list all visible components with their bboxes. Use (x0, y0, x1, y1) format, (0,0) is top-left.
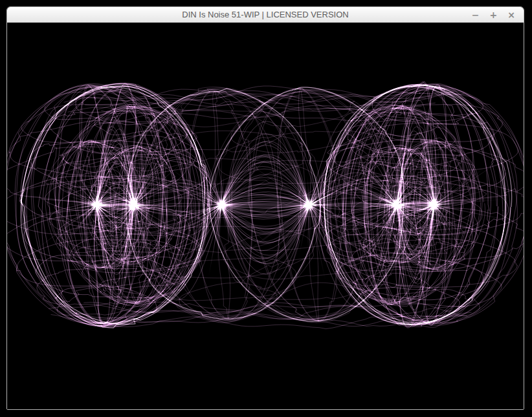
titlebar[interactable]: DIN Is Noise 51-WIP | LICENSED VERSION −… (7, 7, 524, 23)
minimize-button[interactable]: − (472, 10, 480, 19)
close-button[interactable]: × (507, 10, 515, 19)
window-controls: − + × (472, 7, 515, 22)
maximize-button[interactable]: + (490, 10, 498, 19)
visualization-area (7, 23, 524, 409)
desktop-background: DIN Is Noise 51-WIP | LICENSED VERSION −… (0, 0, 532, 417)
app-window: DIN Is Noise 51-WIP | LICENSED VERSION −… (6, 6, 524, 410)
drone-visualization-canvas[interactable] (7, 23, 524, 409)
window-title: DIN Is Noise 51-WIP | LICENSED VERSION (7, 7, 524, 22)
